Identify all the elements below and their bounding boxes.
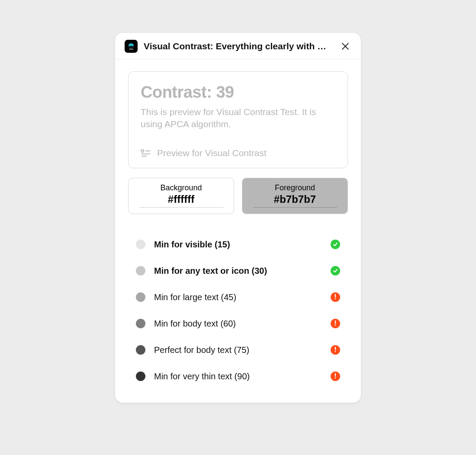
color-swatches: Background #ffffff Foreground #b7b7b7 (128, 178, 348, 214)
plugin-panel: Visual Contrast: Everything clearly with… (115, 33, 361, 403)
criteria-row: Min for visible (15) (136, 231, 340, 258)
criteria-label: Perfect for body text (75) (154, 345, 322, 355)
preview-caption: Preview for Visual Contrast (157, 148, 267, 158)
panel-header: Visual Contrast: Everything clearly with… (115, 33, 361, 59)
background-swatch-value: #ffffff (168, 193, 194, 207)
criteria-row: Min for body text (60)! (136, 311, 340, 337)
shade-swatch-icon (136, 319, 145, 328)
contrast-description: This is preview for Visual Contrast Test… (141, 106, 335, 131)
criteria-label: Min for any text or icon (30) (154, 266, 322, 276)
alert-icon: ! (331, 372, 340, 381)
foreground-swatch-value: #b7b7b7 (274, 193, 316, 207)
image-caption-icon (141, 149, 151, 157)
criteria-row: Min for any text or icon (30) (136, 258, 340, 284)
criteria-label: Min for visible (15) (154, 240, 322, 250)
shade-swatch-icon (136, 345, 145, 355)
shade-swatch-icon (136, 240, 145, 249)
background-swatch[interactable]: Background #ffffff (128, 178, 234, 214)
criteria-label: Min for very thin text (90) (154, 372, 322, 381)
panel-body: Contrast: 39 This is preview for Visual … (115, 59, 361, 403)
app-icon (125, 40, 138, 53)
foreground-swatch[interactable]: Foreground #b7b7b7 (242, 178, 348, 214)
panel-title: Visual Contrast: Everything clearly with… (144, 41, 333, 51)
alert-icon: ! (331, 292, 340, 302)
foreground-swatch-label: Foreground (248, 183, 341, 192)
shade-swatch-icon (136, 372, 145, 381)
alert-icon: ! (331, 319, 340, 328)
shade-swatch-icon (136, 266, 145, 276)
criteria-list: Min for visible (15)Min for any text or … (128, 231, 348, 390)
criteria-row: Perfect for body text (75)! (136, 337, 340, 363)
check-icon (331, 240, 340, 249)
check-icon (331, 266, 340, 276)
shade-swatch-icon (136, 292, 145, 302)
criteria-row: Min for large text (45)! (136, 284, 340, 311)
preview-card: Contrast: 39 This is preview for Visual … (128, 71, 348, 168)
criteria-label: Min for body text (60) (154, 319, 322, 329)
svg-point-5 (143, 150, 145, 151)
swatch-underline (139, 207, 223, 208)
contrast-heading: Contrast: 39 (141, 83, 335, 102)
criteria-label: Min for large text (45) (154, 292, 322, 302)
alert-icon: ! (331, 345, 340, 355)
close-button[interactable] (339, 40, 351, 52)
preview-caption-row: Preview for Visual Contrast (141, 148, 335, 158)
criteria-row: Min for very thin text (90)! (136, 363, 340, 390)
background-swatch-label: Background (135, 183, 228, 192)
swatch-underline (253, 207, 337, 208)
close-icon (341, 42, 350, 51)
svg-rect-1 (129, 49, 133, 50)
